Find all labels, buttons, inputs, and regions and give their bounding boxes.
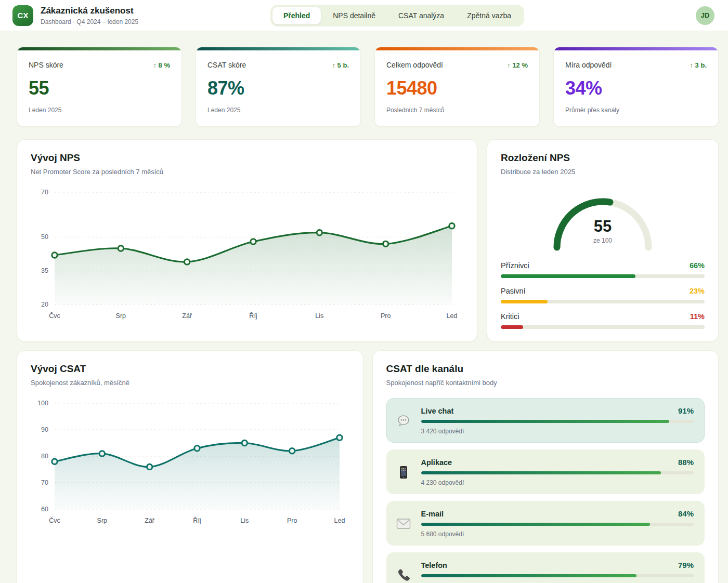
kpi-label: Míra odpovědí [565, 61, 612, 69]
nps-trend-panel: Vývoj NPS Net Promoter Score za poslední… [17, 139, 477, 342]
tab-csat-analyza[interactable]: CSAT analýza [387, 7, 455, 24]
svg-text:Srp: Srp [97, 517, 108, 524]
panel-title: CSAT dle kanálu [386, 363, 705, 375]
channel-name: E-mail [421, 510, 444, 518]
svg-text:100: 100 [37, 400, 48, 407]
segment-bar [501, 274, 705, 278]
breadcrumb: Dashboard · Q4 2024 – leden 2025 [41, 18, 138, 25]
panel-subtitle: Spokojenost napříč kontaktními body [386, 379, 705, 387]
segment-label: Pasivní [501, 287, 526, 295]
kpi-label: Celkem odpovědí [386, 61, 443, 69]
svg-text:Čvc: Čvc [49, 516, 60, 524]
trend-up-icon: ↑ [690, 61, 693, 69]
kpi-trend: ↑ 8 % [153, 61, 170, 69]
svg-text:20: 20 [41, 301, 48, 308]
kpi-card-csat: CSAT skóre ↑ 5 b. 87% Leden 2025 [196, 47, 361, 127]
phone-icon [395, 568, 412, 582]
kpi-label: NPS skóre [29, 61, 63, 69]
panel-title: Vývoj CSAT [31, 363, 349, 375]
kpi-value: 55 [29, 77, 170, 99]
kpi-trend: ↑ 3 b. [690, 61, 707, 69]
svg-text:Led: Led [334, 517, 345, 524]
kpi-card-responses: Celkem odpovědí ↑ 12 % 15480 Posledních … [374, 47, 540, 127]
tab-prehled[interactable]: Přehled [272, 7, 321, 24]
kpi-trend: ↑ 5 b. [332, 61, 349, 69]
trend-up-icon: ↑ [507, 61, 511, 69]
kpi-card-response-rate: Míra odpovědí ↑ 3 b. 34% Průměr přes kan… [553, 47, 719, 127]
tab-zpetna-vazba[interactable]: Zpětná vazba [456, 7, 522, 24]
channel-row-email[interactable]: E-mail 84% 5 680 odpovědí [386, 501, 705, 546]
app-header: CX Zákaznická zkušenost Dashboard · Q4 2… [0, 0, 728, 31]
tab-nps-detailne[interactable]: NPS detailně [322, 7, 386, 24]
panel-subtitle: Spokojenost zákazníků, měsíčně [31, 379, 349, 387]
svg-text:60: 60 [41, 506, 48, 513]
gauge-sublabel: ze 100 [545, 237, 660, 244]
channel-bar [421, 420, 694, 423]
kpi-row: NPS skóre ↑ 8 % 55 Leden 2025 CSAT skóre… [17, 47, 719, 127]
svg-text:Zář: Zář [182, 312, 192, 320]
channel-percent: 84% [678, 509, 694, 518]
panel-subtitle: Net Promoter Score za posledních 7 měsíc… [31, 168, 463, 176]
csat-trend-panel: Vývoj CSAT Spokojenost zákazníků, měsíčn… [17, 350, 363, 583]
channel-row-phone[interactable]: Telefon 79% 2 150 odpovědí [386, 552, 705, 583]
channel-responses: 5 680 odpovědí [421, 531, 694, 538]
channel-name: Live chat [421, 407, 454, 415]
svg-text:50: 50 [41, 233, 48, 241]
user-avatar[interactable]: JD [696, 6, 714, 25]
channel-row-app[interactable]: Aplikace 88% 4 230 odpovědí [386, 449, 705, 494]
app-logo: CX [12, 5, 33, 26]
gauge-value: 55 [545, 217, 660, 236]
page-title: Zákaznická zkušenost [41, 6, 138, 16]
channel-name: Telefon [421, 561, 447, 569]
panel-title: Rozložení NPS [501, 152, 705, 164]
panel-title: Vývoj NPS [31, 152, 463, 164]
channel-percent: 79% [678, 561, 694, 569]
segment-label: Příznivci [501, 261, 529, 270]
distribution-row-passives: Pasivní 23% [501, 287, 705, 303]
chat-bubble-icon [395, 414, 412, 428]
csat-channels-panel: CSAT dle kanálu Spokojenost napříč konta… [372, 350, 719, 583]
distribution-row-detractors: Kritici 11% [501, 312, 705, 329]
channel-bar [421, 523, 694, 526]
svg-text:35: 35 [41, 267, 48, 274]
segment-label: Kritici [501, 312, 519, 321]
segment-percent: 23% [690, 287, 705, 295]
channel-name: Aplikace [421, 458, 452, 467]
csat-line-chart: 60708090100ČvcSrpZářŘíjLisProLed [31, 397, 347, 527]
kpi-caption: Posledních 7 měsíců [386, 107, 528, 114]
svg-text:80: 80 [41, 453, 48, 460]
smartphone-icon [395, 465, 412, 480]
nps-line-chart: 20355070ČvcSrpZářŘíjLisProLed [31, 186, 459, 322]
segment-percent: 66% [690, 261, 705, 270]
channel-responses: 3 420 odpovědí [421, 428, 694, 435]
svg-text:Led: Led [447, 312, 458, 320]
kpi-value: 15480 [386, 77, 528, 99]
channel-bar [421, 574, 694, 577]
svg-text:Srp: Srp [116, 312, 126, 320]
channel-row-live-chat[interactable]: Live chat 91% 3 420 odpovědí [386, 398, 705, 443]
kpi-caption: Leden 2025 [207, 107, 349, 114]
nps-distribution-panel: Rozložení NPS Distribuce za leden 2025 5… [487, 139, 719, 342]
svg-text:Říj: Říj [193, 516, 201, 524]
svg-text:Lis: Lis [240, 517, 249, 524]
kpi-label: CSAT skóre [207, 61, 246, 69]
channel-percent: 91% [678, 406, 694, 415]
channel-responses: 4 230 odpovědí [421, 479, 694, 486]
segment-bar [501, 325, 705, 329]
kpi-caption: Průměr přes kanály [565, 107, 707, 114]
nps-gauge: 55 ze 100 [545, 189, 660, 253]
svg-text:Pro: Pro [287, 517, 297, 524]
svg-text:70: 70 [41, 189, 48, 196]
channel-percent: 88% [678, 458, 694, 467]
kpi-card-nps: NPS skóre ↑ 8 % 55 Leden 2025 [17, 47, 182, 127]
distribution-row-promoters: Příznivci 66% [501, 261, 705, 278]
svg-text:Zář: Zář [145, 517, 155, 524]
trend-up-icon: ↑ [332, 61, 335, 69]
svg-text:Lis: Lis [315, 312, 323, 320]
svg-text:90: 90 [41, 426, 48, 433]
panel-subtitle: Distribuce za leden 2025 [501, 168, 705, 176]
nav-tabs: Přehled NPS detailně CSAT analýza Zpětná… [270, 5, 524, 27]
svg-text:Říj: Říj [249, 312, 257, 320]
segment-bar [501, 300, 705, 303]
kpi-caption: Leden 2025 [29, 107, 170, 114]
